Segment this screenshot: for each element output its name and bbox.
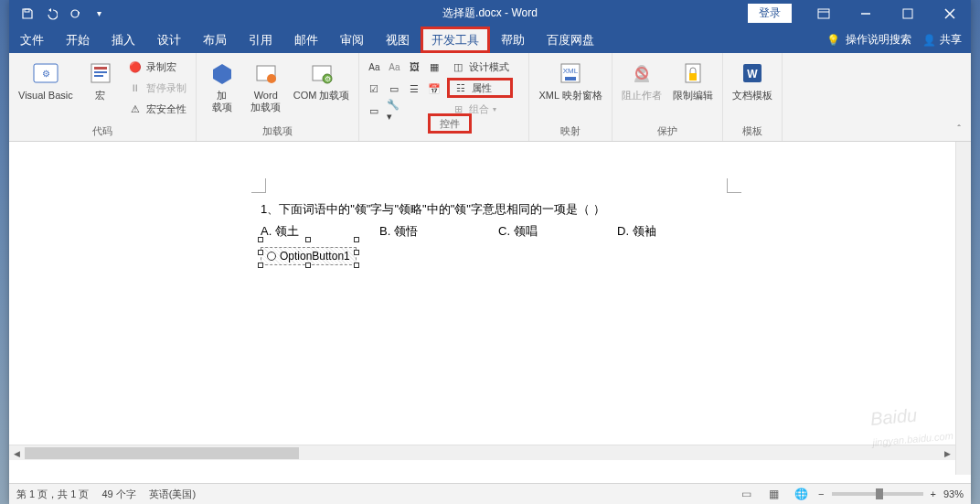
macro-security-button[interactable]: ⚠宏安全性	[124, 99, 190, 119]
tab-view[interactable]: 视图	[375, 27, 421, 53]
visual-basic-button[interactable]: ⚙ Visual Basic	[15, 57, 77, 103]
option-b[interactable]: B. 领悟	[379, 223, 498, 240]
doc-template-button[interactable]: W 文档模板	[729, 57, 776, 103]
dropdown-control-button[interactable]: ☰	[405, 79, 423, 99]
pause-recording-button[interactable]: ⏸暂停录制	[124, 78, 190, 98]
word-addins-label: Word 加载项	[250, 90, 281, 113]
read-mode-icon[interactable]: ▭	[736, 485, 756, 503]
svg-text:W: W	[747, 68, 758, 80]
combobox-control-button[interactable]: ▭	[385, 79, 403, 99]
properties-icon: ☷	[453, 80, 468, 95]
option-d[interactable]: D. 领袖	[617, 223, 736, 240]
undo-icon[interactable]	[40, 3, 62, 25]
svg-rect-12	[94, 71, 107, 73]
resize-handle-ne[interactable]	[354, 237, 359, 242]
restrict-editing-button[interactable]: 限制编辑	[669, 57, 717, 103]
qat-customize-icon[interactable]: ▾	[88, 3, 110, 25]
resize-handle-sw[interactable]	[258, 263, 263, 268]
date-control-button[interactable]: 📅	[425, 79, 443, 99]
minimize-icon[interactable]	[845, 0, 887, 27]
resize-handle-s[interactable]	[305, 263, 311, 268]
tab-file[interactable]: 文件	[9, 27, 55, 53]
macros-button[interactable]: 宏	[80, 57, 121, 103]
tab-design[interactable]: 设计	[146, 27, 192, 53]
tab-references[interactable]: 引用	[238, 27, 283, 53]
tab-review[interactable]: 审阅	[329, 27, 375, 53]
tab-baidu[interactable]: 百度网盘	[536, 27, 605, 53]
option-a[interactable]: A. 领土	[261, 223, 379, 240]
tell-me-search[interactable]: 💡 操作说明搜索	[826, 32, 911, 48]
tab-help[interactable]: 帮助	[490, 27, 536, 53]
option-c[interactable]: C. 领唱	[498, 223, 617, 240]
share-button[interactable]: 👤 共享	[922, 32, 962, 48]
close-icon[interactable]	[929, 0, 971, 27]
resize-handle-n[interactable]	[305, 237, 311, 242]
svg-text:⚙: ⚙	[41, 69, 49, 79]
language-status[interactable]: 英语(美国)	[149, 488, 196, 501]
web-layout-icon[interactable]: 🌐	[791, 485, 811, 503]
tab-mailings[interactable]: 邮件	[283, 27, 329, 53]
block-authors-button[interactable]: 阻止作者	[618, 57, 666, 103]
redo-icon[interactable]	[64, 3, 86, 25]
com-addins-button[interactable]: ⚙ COM 加载项	[290, 57, 354, 103]
tab-layout[interactable]: 布局	[192, 27, 238, 53]
picture-control-button[interactable]: 🖼	[405, 57, 423, 77]
building-block-button[interactable]: ▦	[425, 57, 443, 77]
question-text[interactable]: 1、下面词语中的"领"字与"领略"中的"领"字意思相同的一项是（ ）	[261, 201, 745, 218]
resize-handle-nw[interactable]	[258, 237, 263, 242]
maximize-icon[interactable]	[887, 0, 929, 27]
group-code: ⚙ Visual Basic 宏 🔴录制宏 ⏸暂停录制 ⚠宏安全性 代码	[9, 53, 197, 141]
zoom-slider[interactable]	[832, 492, 923, 496]
word-addins-button[interactable]: Word 加载项	[246, 57, 286, 115]
page-status[interactable]: 第 1 页，共 1 页	[16, 488, 89, 501]
tab-home[interactable]: 开始	[55, 27, 101, 53]
save-icon[interactable]	[16, 3, 38, 25]
tab-insert[interactable]: 插入	[101, 27, 146, 53]
doc-template-icon: W	[738, 59, 767, 88]
zoom-level[interactable]: 93%	[943, 488, 964, 499]
properties-button[interactable]: ☷属性	[447, 78, 513, 98]
repeating-icon: ▭	[367, 103, 381, 118]
resize-handle-e[interactable]	[354, 250, 359, 255]
word-count[interactable]: 49 个字	[101, 488, 135, 501]
checkbox-control-button[interactable]: ☑	[365, 79, 383, 99]
scroll-thumb[interactable]	[25, 447, 299, 459]
dropdown-icon: ☰	[407, 81, 421, 96]
ribbon-display-icon[interactable]	[803, 0, 845, 27]
record-icon: 🔴	[128, 59, 143, 74]
radio-icon	[267, 252, 276, 261]
document-area[interactable]: 1、下面词语中的"领"字与"领略"中的"领"字意思相同的一项是（ ） A. 领土…	[9, 142, 971, 475]
login-button[interactable]: 登录	[748, 4, 792, 23]
resize-handle-se[interactable]	[354, 263, 359, 268]
building-block-icon: ▦	[427, 59, 442, 74]
group-mapping-label: 映射	[535, 123, 605, 139]
restrict-editing-label: 限制编辑	[673, 90, 713, 102]
collapse-ribbon-icon[interactable]: ˆ	[951, 121, 967, 137]
plain-text-control-button[interactable]: Aa	[385, 57, 403, 77]
addins-button[interactable]: 加 载项	[202, 57, 242, 115]
xml-mapping-button[interactable]: XML XML 映射窗格	[535, 57, 605, 103]
group-addins: 加 载项 Word 加载项 ⚙ COM 加载项 加载项	[197, 53, 360, 141]
group-ctrl-label: 组合	[469, 102, 489, 116]
resize-handle-w[interactable]	[258, 250, 263, 255]
repeating-control-button[interactable]: ▭	[365, 101, 383, 121]
scroll-left-icon[interactable]: ◀	[9, 445, 25, 461]
ribbon-tabs: 文件 开始 插入 设计 布局 引用 邮件 审阅 视图 开发工具 帮助 百度网盘 …	[9, 27, 971, 53]
tab-developer[interactable]: 开发工具	[421, 27, 490, 53]
tell-me-label: 操作说明搜索	[846, 32, 911, 48]
record-macro-button[interactable]: 🔴录制宏	[124, 57, 190, 77]
vertical-scrollbar[interactable]	[955, 142, 971, 475]
print-layout-icon[interactable]: ▦	[763, 485, 783, 503]
scroll-track[interactable]	[25, 445, 940, 460]
rich-text-control-button[interactable]: Aa	[365, 57, 383, 77]
zoom-in-button[interactable]: +	[931, 488, 936, 499]
scroll-right-icon[interactable]: ▶	[940, 445, 955, 461]
document-content[interactable]: 1、下面词语中的"领"字与"领略"中的"领"字意思相同的一项是（ ） A. 领土…	[261, 201, 745, 265]
horizontal-scrollbar[interactable]: ◀ ▶	[9, 445, 955, 460]
zoom-out-button[interactable]: −	[818, 488, 824, 499]
zoom-thumb[interactable]	[876, 488, 883, 499]
pause-icon: ⏸	[128, 80, 143, 95]
legacy-tools-button[interactable]: 🔧▾	[385, 101, 403, 121]
design-mode-button[interactable]: ◫设计模式	[447, 57, 513, 77]
word-app-window: ▾ 选择题.docx - Word 登录 文件 开始 插入 设计 布局 引用 邮…	[9, 0, 971, 504]
